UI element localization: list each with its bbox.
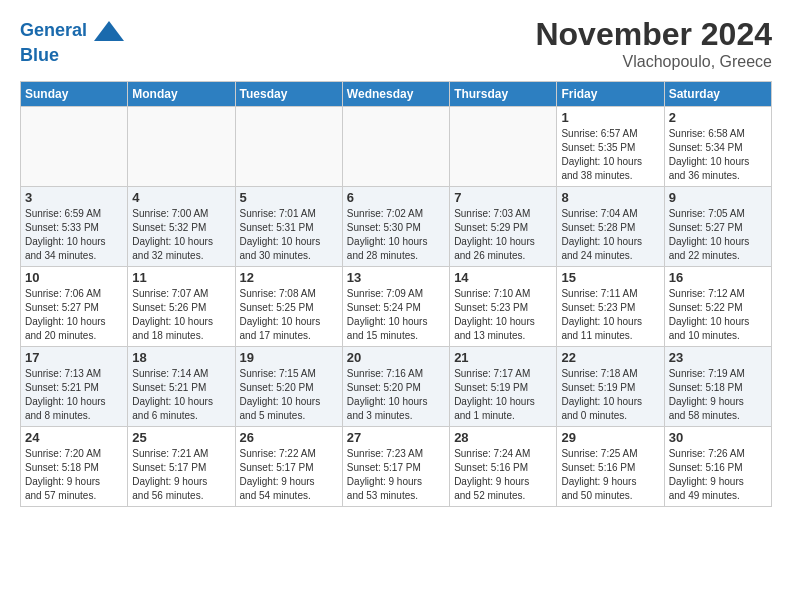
- calendar-table: Sunday Monday Tuesday Wednesday Thursday…: [20, 81, 772, 507]
- page: General Blue November 2024 Vlachopoulo, …: [0, 0, 792, 517]
- day-info: Sunrise: 7:03 AM Sunset: 5:29 PM Dayligh…: [454, 207, 552, 263]
- month-title: November 2024: [535, 16, 772, 53]
- table-row: [450, 107, 557, 187]
- calendar-week-2: 3Sunrise: 6:59 AM Sunset: 5:33 PM Daylig…: [21, 187, 772, 267]
- day-number: 9: [669, 190, 767, 205]
- day-number: 12: [240, 270, 338, 285]
- table-row: 18Sunrise: 7:14 AM Sunset: 5:21 PM Dayli…: [128, 347, 235, 427]
- table-row: [235, 107, 342, 187]
- svg-marker-0: [94, 21, 124, 41]
- day-info: Sunrise: 7:13 AM Sunset: 5:21 PM Dayligh…: [25, 367, 123, 423]
- day-number: 25: [132, 430, 230, 445]
- logo-text: General Blue: [20, 16, 124, 66]
- day-number: 23: [669, 350, 767, 365]
- table-row: 10Sunrise: 7:06 AM Sunset: 5:27 PM Dayli…: [21, 267, 128, 347]
- day-info: Sunrise: 7:09 AM Sunset: 5:24 PM Dayligh…: [347, 287, 445, 343]
- day-info: Sunrise: 7:10 AM Sunset: 5:23 PM Dayligh…: [454, 287, 552, 343]
- calendar-week-3: 10Sunrise: 7:06 AM Sunset: 5:27 PM Dayli…: [21, 267, 772, 347]
- table-row: 16Sunrise: 7:12 AM Sunset: 5:22 PM Dayli…: [664, 267, 771, 347]
- table-row: 12Sunrise: 7:08 AM Sunset: 5:25 PM Dayli…: [235, 267, 342, 347]
- day-number: 22: [561, 350, 659, 365]
- day-number: 30: [669, 430, 767, 445]
- table-row: [128, 107, 235, 187]
- table-row: 21Sunrise: 7:17 AM Sunset: 5:19 PM Dayli…: [450, 347, 557, 427]
- day-number: 8: [561, 190, 659, 205]
- table-row: 28Sunrise: 7:24 AM Sunset: 5:16 PM Dayli…: [450, 427, 557, 507]
- col-saturday: Saturday: [664, 82, 771, 107]
- table-row: 11Sunrise: 7:07 AM Sunset: 5:26 PM Dayli…: [128, 267, 235, 347]
- table-row: 29Sunrise: 7:25 AM Sunset: 5:16 PM Dayli…: [557, 427, 664, 507]
- day-info: Sunrise: 7:05 AM Sunset: 5:27 PM Dayligh…: [669, 207, 767, 263]
- table-row: 20Sunrise: 7:16 AM Sunset: 5:20 PM Dayli…: [342, 347, 449, 427]
- logo: General Blue: [20, 16, 124, 66]
- title-area: November 2024 Vlachopoulo, Greece: [535, 16, 772, 71]
- header-row: Sunday Monday Tuesday Wednesday Thursday…: [21, 82, 772, 107]
- day-info: Sunrise: 7:19 AM Sunset: 5:18 PM Dayligh…: [669, 367, 767, 423]
- calendar-week-5: 24Sunrise: 7:20 AM Sunset: 5:18 PM Dayli…: [21, 427, 772, 507]
- table-row: 25Sunrise: 7:21 AM Sunset: 5:17 PM Dayli…: [128, 427, 235, 507]
- table-row: 7Sunrise: 7:03 AM Sunset: 5:29 PM Daylig…: [450, 187, 557, 267]
- day-info: Sunrise: 7:23 AM Sunset: 5:17 PM Dayligh…: [347, 447, 445, 503]
- day-info: Sunrise: 7:24 AM Sunset: 5:16 PM Dayligh…: [454, 447, 552, 503]
- day-info: Sunrise: 6:58 AM Sunset: 5:34 PM Dayligh…: [669, 127, 767, 183]
- day-number: 19: [240, 350, 338, 365]
- day-number: 28: [454, 430, 552, 445]
- day-number: 15: [561, 270, 659, 285]
- day-number: 26: [240, 430, 338, 445]
- location: Vlachopoulo, Greece: [535, 53, 772, 71]
- day-info: Sunrise: 7:06 AM Sunset: 5:27 PM Dayligh…: [25, 287, 123, 343]
- logo-blue: Blue: [20, 45, 59, 65]
- day-number: 6: [347, 190, 445, 205]
- day-info: Sunrise: 6:57 AM Sunset: 5:35 PM Dayligh…: [561, 127, 659, 183]
- day-info: Sunrise: 7:12 AM Sunset: 5:22 PM Dayligh…: [669, 287, 767, 343]
- table-row: 19Sunrise: 7:15 AM Sunset: 5:20 PM Dayli…: [235, 347, 342, 427]
- table-row: 8Sunrise: 7:04 AM Sunset: 5:28 PM Daylig…: [557, 187, 664, 267]
- day-number: 13: [347, 270, 445, 285]
- day-info: Sunrise: 7:16 AM Sunset: 5:20 PM Dayligh…: [347, 367, 445, 423]
- table-row: 26Sunrise: 7:22 AM Sunset: 5:17 PM Dayli…: [235, 427, 342, 507]
- day-info: Sunrise: 7:22 AM Sunset: 5:17 PM Dayligh…: [240, 447, 338, 503]
- day-info: Sunrise: 7:02 AM Sunset: 5:30 PM Dayligh…: [347, 207, 445, 263]
- table-row: 22Sunrise: 7:18 AM Sunset: 5:19 PM Dayli…: [557, 347, 664, 427]
- day-info: Sunrise: 7:15 AM Sunset: 5:20 PM Dayligh…: [240, 367, 338, 423]
- day-info: Sunrise: 7:14 AM Sunset: 5:21 PM Dayligh…: [132, 367, 230, 423]
- day-number: 5: [240, 190, 338, 205]
- day-number: 17: [25, 350, 123, 365]
- logo-general: General: [20, 20, 87, 40]
- table-row: 30Sunrise: 7:26 AM Sunset: 5:16 PM Dayli…: [664, 427, 771, 507]
- col-thursday: Thursday: [450, 82, 557, 107]
- day-number: 20: [347, 350, 445, 365]
- table-row: 4Sunrise: 7:00 AM Sunset: 5:32 PM Daylig…: [128, 187, 235, 267]
- day-number: 16: [669, 270, 767, 285]
- day-info: Sunrise: 7:18 AM Sunset: 5:19 PM Dayligh…: [561, 367, 659, 423]
- day-info: Sunrise: 6:59 AM Sunset: 5:33 PM Dayligh…: [25, 207, 123, 263]
- calendar-week-1: 1Sunrise: 6:57 AM Sunset: 5:35 PM Daylig…: [21, 107, 772, 187]
- day-number: 27: [347, 430, 445, 445]
- table-row: 3Sunrise: 6:59 AM Sunset: 5:33 PM Daylig…: [21, 187, 128, 267]
- header: General Blue November 2024 Vlachopoulo, …: [20, 16, 772, 71]
- table-row: 5Sunrise: 7:01 AM Sunset: 5:31 PM Daylig…: [235, 187, 342, 267]
- table-row: 27Sunrise: 7:23 AM Sunset: 5:17 PM Dayli…: [342, 427, 449, 507]
- day-info: Sunrise: 7:21 AM Sunset: 5:17 PM Dayligh…: [132, 447, 230, 503]
- day-info: Sunrise: 7:26 AM Sunset: 5:16 PM Dayligh…: [669, 447, 767, 503]
- day-number: 24: [25, 430, 123, 445]
- day-number: 4: [132, 190, 230, 205]
- logo-icon: [94, 16, 124, 46]
- day-number: 29: [561, 430, 659, 445]
- col-sunday: Sunday: [21, 82, 128, 107]
- table-row: 9Sunrise: 7:05 AM Sunset: 5:27 PM Daylig…: [664, 187, 771, 267]
- table-row: [342, 107, 449, 187]
- table-row: 14Sunrise: 7:10 AM Sunset: 5:23 PM Dayli…: [450, 267, 557, 347]
- col-tuesday: Tuesday: [235, 82, 342, 107]
- table-row: 1Sunrise: 6:57 AM Sunset: 5:35 PM Daylig…: [557, 107, 664, 187]
- day-info: Sunrise: 7:01 AM Sunset: 5:31 PM Dayligh…: [240, 207, 338, 263]
- table-row: 17Sunrise: 7:13 AM Sunset: 5:21 PM Dayli…: [21, 347, 128, 427]
- day-number: 2: [669, 110, 767, 125]
- day-info: Sunrise: 7:07 AM Sunset: 5:26 PM Dayligh…: [132, 287, 230, 343]
- table-row: 23Sunrise: 7:19 AM Sunset: 5:18 PM Dayli…: [664, 347, 771, 427]
- day-number: 7: [454, 190, 552, 205]
- table-row: [21, 107, 128, 187]
- day-info: Sunrise: 7:17 AM Sunset: 5:19 PM Dayligh…: [454, 367, 552, 423]
- day-info: Sunrise: 7:08 AM Sunset: 5:25 PM Dayligh…: [240, 287, 338, 343]
- calendar-week-4: 17Sunrise: 7:13 AM Sunset: 5:21 PM Dayli…: [21, 347, 772, 427]
